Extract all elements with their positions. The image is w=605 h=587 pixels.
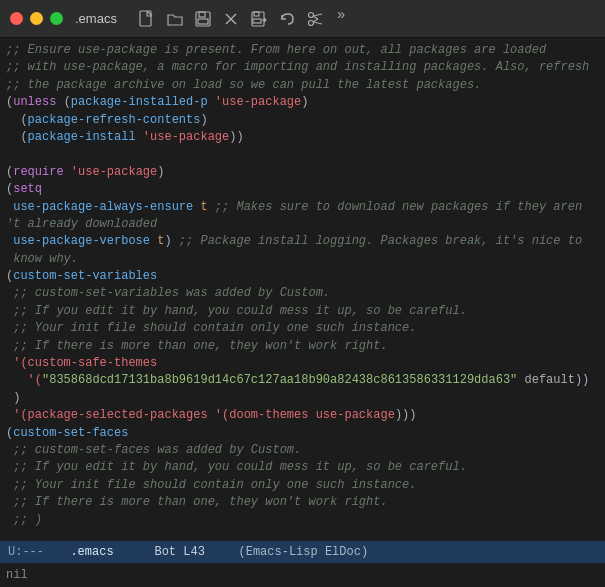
traffic-lights [10,12,63,25]
scissors-icon[interactable] [303,7,327,31]
maximize-button[interactable] [50,12,63,25]
svg-line-11 [313,14,322,16]
code-editor[interactable]: ;; Ensure use-package is present. From h… [0,40,605,541]
svg-rect-2 [199,12,205,17]
save-as-icon[interactable] [247,7,271,31]
svg-rect-7 [254,12,259,16]
status-position: Bot L43 [154,545,204,559]
status-left: U:--- .emacs Bot L43 (Emacs-Lisp ElDoc) [8,545,368,559]
svg-rect-3 [198,19,208,24]
undo-icon[interactable] [275,7,299,31]
svg-point-10 [308,20,313,25]
open-folder-icon[interactable] [163,7,187,31]
status-spacer3 [211,545,233,559]
svg-line-14 [313,19,318,22]
status-extra: (Emacs-Lisp ElDoc) [238,545,368,559]
toolbar: » [135,7,345,31]
minimize-button[interactable] [30,12,43,25]
svg-line-12 [313,22,322,24]
buffer-filename: .emacs [70,545,113,559]
editor-area: ;; Ensure use-package is present. From h… [0,38,605,541]
status-spacer [50,545,64,559]
new-file-icon[interactable] [135,7,159,31]
statusbar: U:--- .emacs Bot L43 (Emacs-Lisp ElDoc) [0,541,605,563]
buffer-mode-indicator: U:--- [8,545,44,559]
save-icon[interactable] [191,7,215,31]
close-file-icon[interactable] [219,7,243,31]
close-button[interactable] [10,12,23,25]
svg-line-13 [313,16,318,19]
minibuffer-text: nil [6,568,28,582]
svg-point-9 [308,12,313,17]
status-spacer2 [120,545,149,559]
window-title: .emacs [75,11,117,26]
toolbar-overflow-icon[interactable]: » [337,7,345,31]
titlebar: .emacs [0,0,605,38]
svg-rect-8 [253,19,261,23]
minibuffer: nil [0,563,605,587]
